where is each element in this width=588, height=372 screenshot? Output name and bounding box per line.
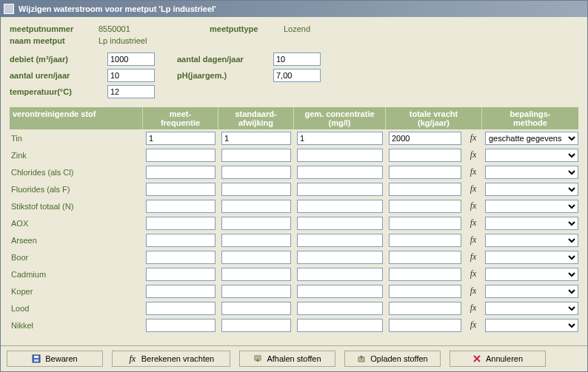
- freq-input[interactable]: [146, 200, 216, 213]
- afw-input[interactable]: [221, 251, 291, 264]
- input-temperatuur[interactable]: [107, 85, 155, 98]
- fx-button[interactable]: fx: [464, 319, 482, 331]
- vracht-input[interactable]: [389, 234, 461, 247]
- freq-input[interactable]: [146, 132, 216, 145]
- berekenen-button[interactable]: fx Berekenen vrachten: [112, 351, 230, 367]
- freq-input[interactable]: [146, 149, 216, 162]
- fx-button[interactable]: fx: [464, 234, 482, 246]
- conc-input[interactable]: [297, 268, 383, 281]
- stof-label: Stikstof totaal (N): [10, 202, 143, 211]
- vracht-input[interactable]: [389, 166, 461, 179]
- methode-select[interactable]: geschatte gegevens: [485, 285, 578, 298]
- afw-input[interactable]: [221, 149, 291, 162]
- stof-label: Fluorides (als F): [10, 185, 143, 194]
- vracht-input[interactable]: [389, 200, 461, 213]
- afw-input[interactable]: [221, 183, 291, 196]
- conc-input[interactable]: [297, 200, 383, 213]
- vracht-input[interactable]: [389, 132, 461, 145]
- conc-input[interactable]: [297, 132, 383, 145]
- methode-select[interactable]: geschatte gegevens: [485, 132, 578, 145]
- vracht-input[interactable]: [389, 302, 461, 315]
- freq-input[interactable]: [146, 285, 216, 298]
- input-aantal-dagen[interactable]: [273, 53, 321, 66]
- afw-input[interactable]: [221, 285, 291, 298]
- afhalen-button[interactable]: Afhalen stoffen: [239, 351, 335, 367]
- annuleren-button[interactable]: Annuleren: [450, 351, 546, 367]
- fx-button[interactable]: fx: [464, 166, 482, 177]
- content-area: meetputnummer 8550001 meetputtype Lozend…: [1, 17, 587, 345]
- footer-buttons: Bewaren fx Berekenen vrachten Afhalen st…: [1, 345, 587, 371]
- fx-button[interactable]: fx: [464, 200, 482, 212]
- svg-rect-1: [34, 356, 39, 358]
- fx-button[interactable]: fx: [464, 285, 482, 297]
- bewaren-button[interactable]: Bewaren: [7, 351, 103, 367]
- label-debiet: debiet (m³/jaar): [10, 55, 107, 64]
- fx-button[interactable]: fx: [464, 217, 482, 229]
- freq-input[interactable]: [146, 234, 216, 247]
- conc-input[interactable]: [297, 319, 383, 332]
- fx-button[interactable]: fx: [464, 268, 482, 280]
- conc-input[interactable]: [297, 149, 383, 162]
- freq-input[interactable]: [146, 319, 216, 332]
- label-ph: pH(jaargem.): [177, 71, 273, 80]
- fx-button[interactable]: fx: [464, 302, 482, 314]
- freq-input[interactable]: [146, 217, 216, 230]
- methode-select[interactable]: geschatte gegevens: [485, 217, 578, 230]
- conc-input[interactable]: [297, 183, 383, 196]
- methode-select[interactable]: geschatte gegevens: [485, 268, 578, 281]
- methode-select[interactable]: geschatte gegevens: [485, 319, 578, 332]
- table-row: AOXfxgeschatte gegevens: [10, 214, 578, 231]
- vracht-input[interactable]: [389, 149, 461, 162]
- vracht-input[interactable]: [389, 319, 461, 332]
- methode-select[interactable]: geschatte gegevens: [485, 251, 578, 264]
- save-icon: [32, 354, 41, 363]
- titlebar[interactable]: Wijzigen waterstroom voor meetput 'Lp in…: [1, 1, 587, 17]
- stof-label: Cadmium: [10, 270, 143, 279]
- methode-select[interactable]: geschatte gegevens: [485, 183, 578, 196]
- conc-input[interactable]: [297, 234, 383, 247]
- afw-input[interactable]: [221, 166, 291, 179]
- conc-input[interactable]: [297, 166, 383, 179]
- vracht-input[interactable]: [389, 183, 461, 196]
- input-aantal-uren[interactable]: [107, 69, 155, 82]
- afw-input[interactable]: [221, 217, 291, 230]
- freq-input[interactable]: [146, 251, 216, 264]
- methode-select[interactable]: geschatte gegevens: [485, 200, 578, 213]
- conc-input[interactable]: [297, 302, 383, 315]
- freq-input[interactable]: [146, 166, 216, 179]
- meta-row-1: meetputnummer 8550001 meetputtype Lozend: [10, 24, 578, 33]
- freq-input[interactable]: [146, 268, 216, 281]
- window-title: Wijzigen waterstroom voor meetput 'Lp in…: [19, 4, 216, 13]
- input-debiet[interactable]: [107, 53, 155, 66]
- conc-input[interactable]: [297, 217, 383, 230]
- fx-button[interactable]: fx: [464, 183, 482, 195]
- fx-button[interactable]: fx: [464, 132, 482, 143]
- afw-input[interactable]: [221, 319, 291, 332]
- col-header-methode: bepalings- methode: [482, 107, 578, 129]
- afw-input[interactable]: [221, 302, 291, 315]
- methode-select[interactable]: geschatte gegevens: [485, 166, 578, 179]
- vracht-input[interactable]: [389, 285, 461, 298]
- fx-button[interactable]: fx: [464, 251, 482, 263]
- conc-input[interactable]: [297, 251, 383, 264]
- freq-input[interactable]: [146, 302, 216, 315]
- vracht-input[interactable]: [389, 268, 461, 281]
- methode-select[interactable]: geschatte gegevens: [485, 302, 578, 315]
- input-ph[interactable]: [273, 69, 321, 82]
- vracht-input[interactable]: [389, 217, 461, 230]
- afw-input[interactable]: [221, 234, 291, 247]
- methode-select[interactable]: geschatte gegevens: [485, 149, 578, 162]
- freq-input[interactable]: [146, 183, 216, 196]
- label-meetputtype: meetputtype: [210, 24, 284, 33]
- conc-input[interactable]: [297, 285, 383, 298]
- fx-button[interactable]: fx: [464, 149, 482, 160]
- vracht-input[interactable]: [389, 251, 461, 264]
- stof-label: Lood: [10, 304, 143, 313]
- opladen-button[interactable]: Opladen stoffen: [344, 351, 441, 367]
- afw-input[interactable]: [221, 132, 291, 145]
- table-row: Loodfxgeschatte gegevens: [10, 300, 578, 317]
- methode-select[interactable]: geschatte gegevens: [485, 234, 578, 247]
- afw-input[interactable]: [221, 200, 291, 213]
- afw-input[interactable]: [221, 268, 291, 281]
- meta-row-2: naam meetput Lp industrieel: [10, 36, 578, 45]
